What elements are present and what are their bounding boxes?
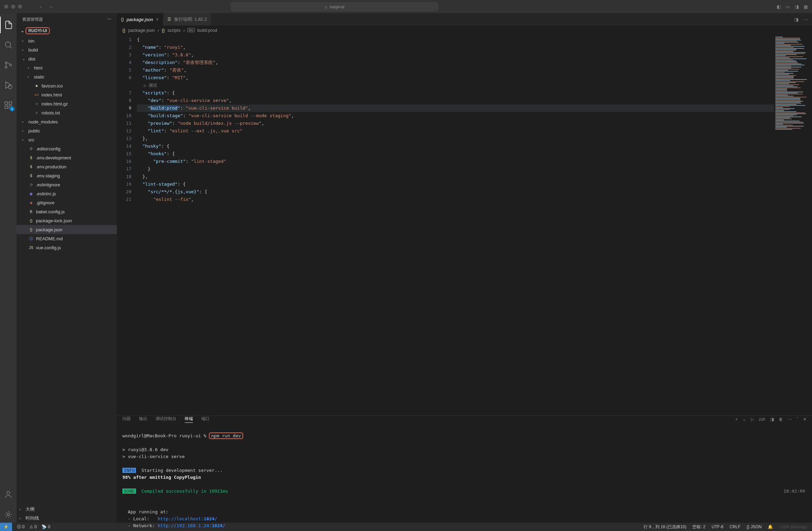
- code-editor[interactable]: { "name": "ruoyi", "version": "3.8.6", "…: [137, 35, 774, 416]
- split-terminal-icon[interactable]: ◨: [770, 417, 774, 422]
- kill-terminal-icon[interactable]: 🗑: [779, 417, 783, 422]
- minimize-window[interactable]: [11, 4, 15, 9]
- layout-primary-icon[interactable]: ◧: [777, 4, 781, 9]
- local-url[interactable]: http://localhost:1024/: [158, 516, 217, 521]
- network-url[interactable]: http://192.168.1.24:1024/: [158, 523, 225, 528]
- debug-icon[interactable]: [0, 77, 17, 93]
- sidebar: 资源管理器 ⋯ ⌄ RUOYI-UI binbuilddisthtmlstati…: [17, 13, 117, 523]
- explorer-icon[interactable]: [0, 17, 17, 33]
- nav-forward-icon[interactable]: →: [49, 4, 53, 9]
- panel-tab[interactable]: 端口: [201, 416, 210, 423]
- file-item[interactable]: ≡index.html.gz: [17, 99, 117, 108]
- terminal-dropdown-icon[interactable]: ⌄: [742, 417, 746, 422]
- layout-panel-icon[interactable]: ▭: [786, 4, 790, 9]
- settings-gear-icon[interactable]: [0, 506, 17, 523]
- tab-icon: {}: [121, 17, 124, 22]
- folder-item[interactable]: static: [17, 72, 117, 81]
- split-editor-icon[interactable]: ◨: [794, 17, 799, 22]
- folder-item[interactable]: src: [17, 135, 117, 144]
- info-badge: INFO: [122, 468, 136, 473]
- folder-item[interactable]: dist: [17, 54, 117, 63]
- accounts-icon[interactable]: [0, 486, 17, 503]
- file-tree: binbuilddisthtmlstatic ★favicon.ico <>in…: [17, 36, 117, 505]
- svg-line-1: [10, 46, 11, 48]
- remote-indicator[interactable]: ⚡: [0, 523, 12, 531]
- file-item[interactable]: Bbabel.config.js: [17, 207, 117, 216]
- zip-icon: ≡: [34, 102, 39, 106]
- terminal-shell: zsh: [759, 417, 765, 422]
- file-item[interactable]: ⚙.editorconfig: [17, 144, 117, 153]
- panel-more-icon[interactable]: ⋯: [788, 417, 792, 422]
- layout-customize-icon[interactable]: ▦: [804, 4, 808, 9]
- warnings-status[interactable]: ⚠ 0: [29, 524, 37, 529]
- panel-close-icon[interactable]: ✕: [803, 417, 806, 422]
- maximize-window[interactable]: [18, 4, 22, 9]
- sidebar-title: 资源管理器: [22, 17, 43, 22]
- svg-point-2: [5, 62, 7, 64]
- file-item[interactable]: $.env.production: [17, 162, 117, 171]
- remote-icon: ⚡: [3, 524, 9, 529]
- file-item[interactable]: <>index.html: [17, 90, 117, 99]
- editor-tab[interactable]: ☰发行说明: 1.82.2: [163, 13, 211, 26]
- minimap[interactable]: [774, 35, 812, 416]
- tab-icon: ☰: [167, 17, 171, 22]
- file-item[interactable]: ⊘.eslintignore: [17, 180, 117, 189]
- new-terminal-icon[interactable]: +: [735, 417, 738, 422]
- port-status[interactable]: 📡 0: [41, 524, 50, 529]
- panel-maximize-icon[interactable]: ˆ: [797, 417, 798, 422]
- nav-back-icon[interactable]: ←: [39, 4, 43, 9]
- scm-icon[interactable]: [0, 57, 17, 73]
- extensions-badge: 1: [10, 106, 15, 111]
- eslint-icon: ◉: [28, 192, 34, 196]
- timeline-section[interactable]: ›时间线: [17, 514, 117, 523]
- close-window[interactable]: [4, 4, 8, 9]
- folder-item[interactable]: bin: [17, 36, 117, 45]
- folder-item[interactable]: public: [17, 126, 117, 135]
- file-item[interactable]: ≡robots.txt: [17, 108, 117, 117]
- search-activity-icon[interactable]: [0, 37, 17, 53]
- file-item[interactable]: ◉.eslintrc.js: [17, 189, 117, 198]
- file-item[interactable]: $.env.staging: [17, 171, 117, 180]
- panel-tab[interactable]: 终端: [185, 416, 193, 423]
- terminal-profile-icon[interactable]: ▷: [751, 417, 754, 422]
- errors-status[interactable]: ⓧ 0: [17, 524, 25, 530]
- info-icon: ⓘ: [28, 236, 34, 241]
- ban-icon: ⊘: [28, 183, 34, 187]
- file-item[interactable]: {}package.json: [17, 225, 117, 234]
- panel-tab[interactable]: 输出: [139, 416, 147, 423]
- folder-item[interactable]: html: [17, 63, 117, 72]
- folder-item[interactable]: build: [17, 45, 117, 54]
- command-center[interactable]: ⌕ ruoyi-ui: [231, 2, 438, 11]
- panel-tab[interactable]: 问题: [122, 416, 131, 423]
- svg-rect-7: [5, 106, 8, 109]
- file-item[interactable]: {}package-lock.json: [17, 216, 117, 225]
- close-tab-icon[interactable]: ×: [156, 17, 159, 22]
- file-item[interactable]: ★favicon.ico: [17, 81, 117, 90]
- gear-icon: ⚙: [28, 147, 34, 151]
- panel-tab[interactable]: 调试控制台: [156, 416, 176, 423]
- file-item[interactable]: ◈.gitignore: [17, 198, 117, 207]
- extensions-icon[interactable]: 1: [0, 97, 17, 113]
- project-header[interactable]: ⌄ RUOYI-UI: [17, 26, 117, 36]
- editor-more-icon[interactable]: ⋯: [803, 17, 808, 22]
- svg-rect-6: [5, 102, 8, 104]
- file-item[interactable]: JSvue.config.js: [17, 243, 117, 252]
- layout-secondary-icon[interactable]: ◨: [795, 4, 799, 9]
- js-icon: JS: [28, 245, 34, 250]
- terminal[interactable]: wondgirl@MacBook-Pro ruoyi-ui % npm run …: [117, 423, 812, 531]
- folder-item[interactable]: node_modules: [17, 117, 117, 126]
- txt-icon: ≡: [34, 111, 39, 115]
- editor-tab[interactable]: {}package.json×: [117, 13, 163, 26]
- editor-area: {}package.json×☰发行说明: 1.82.2 ◨ ⋯ {} pack…: [117, 13, 812, 523]
- file-item[interactable]: $.env.development: [17, 153, 117, 162]
- svg-point-0: [5, 42, 10, 47]
- json-icon: {}: [28, 218, 34, 223]
- breadcrumb[interactable]: {} package.json › {} scripts › abc build…: [117, 26, 812, 35]
- line-numbers: 123456 789101112131415161718192021: [117, 35, 137, 416]
- bottom-panel: 问题输出调试控制台终端端口 + ⌄ ▷ zsh ◨ 🗑 ⋯ ˆ ✕ wondgi…: [117, 416, 812, 523]
- svg-point-3: [5, 66, 7, 68]
- file-item[interactable]: ⓘREADME.md: [17, 234, 117, 243]
- dollar-icon: $: [28, 174, 34, 178]
- outline-section[interactable]: ›大纲: [17, 505, 117, 514]
- sidebar-more-icon[interactable]: ⋯: [107, 17, 111, 22]
